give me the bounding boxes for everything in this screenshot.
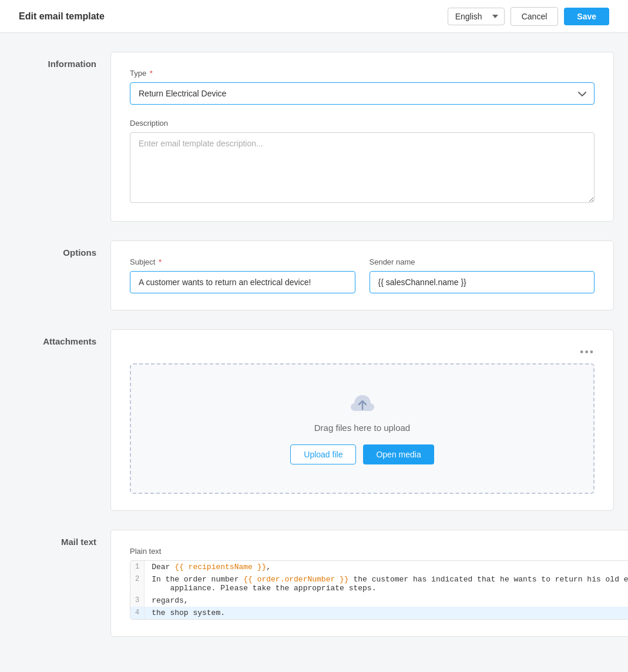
upload-icon xyxy=(143,393,582,416)
options-label: Options xyxy=(14,240,96,310)
information-label: Information xyxy=(14,52,96,222)
line-code-4: the shop system. xyxy=(145,607,628,619)
plain-text-label: Plain text xyxy=(130,547,628,556)
line-code-2: In the order number {{ order.orderNumber… xyxy=(145,573,628,594)
attachments-card: ••• Drag files here to upload Upload fil… xyxy=(110,329,614,511)
mail-text-card: Plain text 1 Dear {{ recipientsName }}, … xyxy=(110,530,628,637)
line-number-1: 1 xyxy=(130,561,145,573)
description-field-label: Description xyxy=(130,119,595,128)
options-card: Subject * Sender name xyxy=(110,240,614,310)
language-select[interactable]: English German xyxy=(448,8,505,25)
information-card: Type * Return Electrical Device Descript… xyxy=(110,52,614,222)
page-title: Edit email template xyxy=(19,11,105,22)
upload-zone: Drag files here to upload Upload file Op… xyxy=(130,363,595,494)
sender-name-input[interactable] xyxy=(370,271,595,293)
line-number-3: 3 xyxy=(130,594,145,607)
code-line-3: 3 regards, xyxy=(130,594,628,607)
header: Edit email template English German Cance… xyxy=(0,0,628,33)
line-code-3: regards, xyxy=(145,594,628,607)
code-line-4: 4 the shop system. xyxy=(130,607,628,619)
attachments-section: Attachments ••• Drag files here to uploa… xyxy=(14,329,614,511)
subject-required-marker: * xyxy=(156,258,162,266)
code-line-2: 2 In the order number {{ order.orderNumb… xyxy=(130,573,628,594)
header-actions: English German Cancel Save xyxy=(448,7,609,26)
main-content: Information Type * Return Electrical Dev… xyxy=(0,33,628,672)
cancel-button[interactable]: Cancel xyxy=(511,7,559,26)
attachments-label: Attachments xyxy=(14,329,96,511)
type-field-label: Type * xyxy=(130,69,595,78)
description-textarea[interactable] xyxy=(130,132,595,203)
upload-text: Drag files here to upload xyxy=(143,423,582,433)
sender-name-label: Sender name xyxy=(370,258,595,266)
code-lines: 1 Dear {{ recipientsName }}, 2 In the or… xyxy=(130,561,628,619)
type-select[interactable]: Return Electrical Device xyxy=(130,82,595,105)
subject-input[interactable] xyxy=(130,271,355,293)
upload-buttons: Upload file Open media xyxy=(143,444,582,464)
attachments-menu: ••• xyxy=(130,346,595,359)
line-code-1: Dear {{ recipientsName }}, xyxy=(145,561,628,573)
line-number-2: 2 xyxy=(130,573,145,594)
upload-file-button[interactable]: Upload file xyxy=(290,444,356,464)
subject-label: Subject * xyxy=(130,258,355,266)
type-required-marker: * xyxy=(147,69,153,78)
mail-text-section: Mail text Plain text 1 Dear {{ recipient… xyxy=(14,530,614,637)
options-section: Options Subject * Sender name xyxy=(14,240,614,310)
more-options-icon[interactable]: ••• xyxy=(580,346,595,359)
options-grid: Subject * Sender name xyxy=(130,258,595,293)
open-media-button[interactable]: Open media xyxy=(363,444,434,464)
mail-text-label: Mail text xyxy=(14,530,96,637)
subject-field: Subject * xyxy=(130,258,355,293)
information-section: Information Type * Return Electrical Dev… xyxy=(14,52,614,222)
code-editor[interactable]: 1 Dear {{ recipientsName }}, 2 In the or… xyxy=(130,560,628,620)
sender-name-field: Sender name xyxy=(370,258,595,293)
code-line-1: 1 Dear {{ recipientsName }}, xyxy=(130,561,628,573)
type-select-wrap: Return Electrical Device xyxy=(130,82,595,105)
save-button[interactable]: Save xyxy=(564,8,609,25)
line-number-4: 4 xyxy=(130,607,145,619)
